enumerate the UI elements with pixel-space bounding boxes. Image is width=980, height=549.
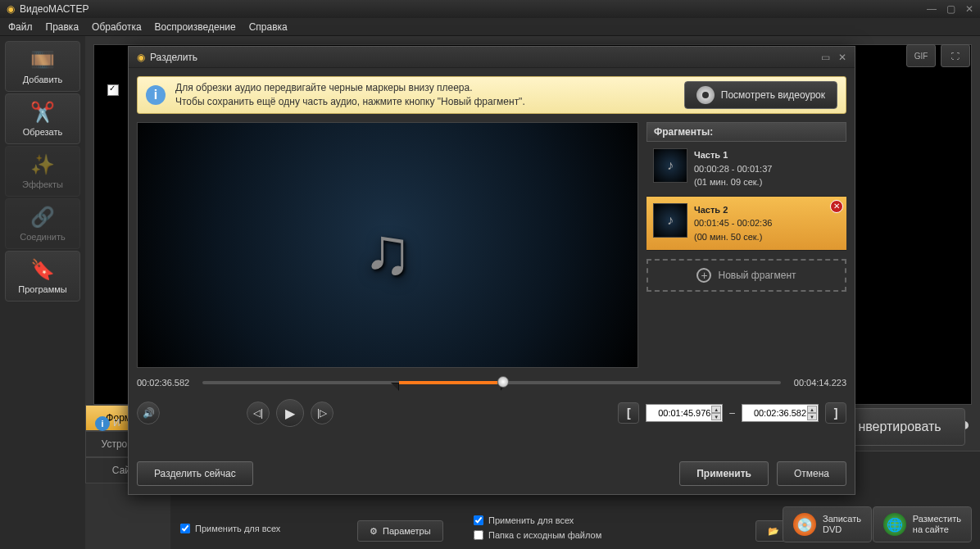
sidebar-trim-button[interactable]: ✂️ Обрезать [5,93,80,144]
src-folder-label: Папка с исходным файлом [488,530,601,540]
fragment-thumb-icon: ♪ [653,203,687,238]
fragment-item-selected[interactable]: ♪ Часть 2 00:01:45 - 00:02:36 (00 мин. 5… [647,197,846,252]
fragment-duration: (00 мин. 50 сек.) [694,230,772,244]
dvd-icon: 💿 [793,513,816,536]
fragment-item[interactable]: ♪ Часть 1 00:00:28 - 00:01:37 (01 мин. 0… [647,142,846,197]
fragments-panel: Фрагменты: ♪ Часть 1 00:00:28 - 00:01:37… [647,122,846,368]
hint-bar: i Для обрезки аудио передвигайте черные … [137,76,846,114]
fragment-thumb-icon: ♪ [653,148,687,183]
start-time-input[interactable]: 00:01:45.976 ▲▼ [646,404,723,422]
spinner-up-icon[interactable]: ▲ [807,406,817,413]
fragment-name: Часть 1 [694,148,772,162]
prev-frame-button[interactable]: ◁| [247,402,270,424]
time-left: 00:02:36.582 [137,378,189,388]
scissors-icon: ✂️ [31,101,54,124]
fragment-name: Часть 2 [694,203,772,217]
set-in-button[interactable]: [ [618,402,639,424]
titlebar: ◉ ВидеоМАСТЕР — ▢ ✕ [0,0,980,18]
sidebar-programs-button[interactable]: 🔖 Программы [5,251,80,302]
publish-button[interactable]: 🌐 Разместить на сайте [873,506,972,542]
spinner-up-icon[interactable]: ▲ [711,406,721,413]
timeline: 00:02:36.582 00:04:14.223 [129,368,855,388]
sparkle-icon: ✨ [31,153,54,176]
params-button[interactable]: ⚙ Параметры [357,520,443,542]
minimize-icon[interactable]: — [927,3,937,15]
maximize-icon[interactable]: ▢ [946,3,955,15]
playhead-handle[interactable] [497,376,509,388]
music-note-icon: ♫ [363,214,412,289]
fullscreen-button[interactable]: ⛶ [941,44,970,67]
fragments-title: Фрагменты: [647,122,846,142]
gif-button[interactable]: GIF [906,44,936,67]
fragment-duration: (01 мин. 09 сек.) [694,175,772,189]
sidebar-label: Эффекты [22,179,63,189]
film-add-icon: 🎞️ [31,48,54,71]
folder-icon: 📂 [768,526,779,537]
info-badge-icon: i [146,85,166,105]
split-now-button[interactable]: Разделить сейчас [137,461,253,486]
sidebar-add-button[interactable]: 🎞️ Добавить [5,41,80,92]
apply-all-checkbox-1[interactable] [180,524,190,533]
app-logo-icon: ◉ [7,3,15,15]
dash: – [729,407,735,419]
spinner-down-icon[interactable]: ▼ [807,413,817,420]
next-frame-button[interactable]: |▷ [311,402,333,424]
dialog-title: Разделить [150,52,197,63]
dialog-minimize-icon[interactable]: ▭ [821,52,830,63]
sidebar: 🎞️ Добавить ✂️ Обрезать ✨ Эффекты 🔗 Соед… [0,36,85,549]
hint-line-2: Чтобы сохранить ещё одну часть аудио, на… [175,95,525,109]
timeline-track[interactable] [202,381,781,384]
fragment-range: 00:00:28 - 00:01:37 [694,162,772,176]
src-folder-checkbox[interactable] [474,530,483,540]
sidebar-label: Обрезать [23,127,63,137]
mute-button[interactable]: 🔊 [137,402,160,424]
play-button[interactable]: ▶ [276,399,304,427]
gear-icon: ⚙ [370,526,378,537]
plus-icon: + [696,268,711,283]
tag-icon: 🔖 [31,258,54,281]
menu-file[interactable]: Файл [8,21,33,33]
menubar: Файл Правка Обработка Воспроизведение Сп… [0,18,980,36]
info-icon[interactable]: i [95,416,110,431]
spinner-down-icon[interactable]: ▼ [711,413,721,420]
cancel-button[interactable]: Отмена [777,461,846,486]
info-peek-text: И [113,417,120,429]
apply-all-checkbox-2[interactable] [474,515,483,525]
sidebar-label: Добавить [23,75,63,84]
dialog-close-icon[interactable]: ✕ [838,52,846,63]
apply-all-label: Применить для всех [195,524,280,533]
fragment-range: 00:01:45 - 00:02:36 [694,216,772,230]
end-time-input[interactable]: 00:02:36.582 ▲▼ [742,404,819,422]
new-fragment-button[interactable]: + Новый фрагмент [647,259,846,292]
time-right: 00:04:14.223 [794,378,846,388]
menu-help[interactable]: Справка [249,21,288,33]
close-icon[interactable]: ✕ [965,3,973,15]
hint-line-1: Для обрезки аудио передвигайте черные ма… [175,81,525,95]
menu-edit[interactable]: Правка [46,21,79,33]
dialog-logo-icon: ◉ [137,52,145,63]
burn-dvd-button[interactable]: 💿 Записать DVD [783,506,872,542]
link-icon: 🔗 [31,206,54,229]
webcam-icon [696,86,715,104]
split-dialog: ◉ Разделить ▭ ✕ i Для обрезки аудио пере… [128,46,855,495]
audio-preview: ♫ [137,122,638,368]
sidebar-label: Программы [18,284,66,294]
item-checkbox[interactable] [107,84,119,96]
globe-icon: 🌐 [883,513,906,536]
sidebar-join-button: 🔗 Соединить [5,198,80,249]
apply-button[interactable]: Применить [679,461,769,486]
set-out-button[interactable]: ] [825,402,846,424]
watch-tutorial-button[interactable]: Посмотреть видеоурок [684,81,837,109]
apply-all-label-2: Применить для всех [488,515,574,525]
menu-process[interactable]: Обработка [92,21,142,33]
app-title: ВидеоМАСТЕР [20,3,88,15]
menu-playback[interactable]: Воспроизведение [155,21,236,33]
sidebar-effects-button: ✨ Эффекты [5,146,80,197]
fragment-delete-icon[interactable]: ✕ [830,200,843,213]
dialog-titlebar: ◉ Разделить ▭ ✕ [129,47,855,68]
sidebar-label: Соединить [20,232,66,242]
